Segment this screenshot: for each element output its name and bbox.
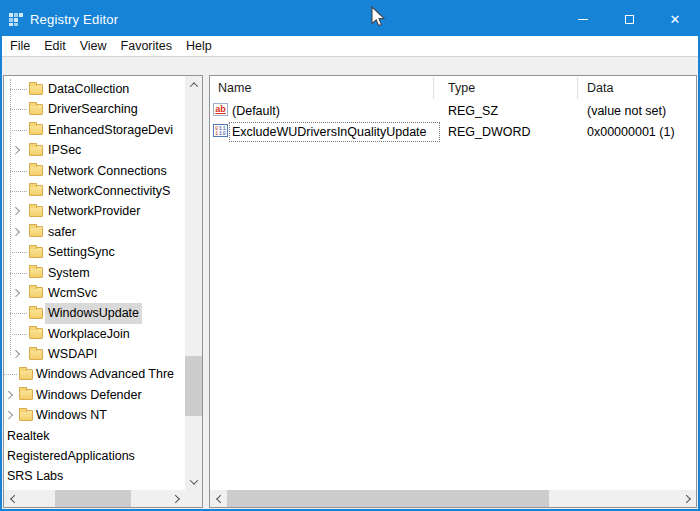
close-button[interactable]: ✕ — [652, 2, 698, 36]
value-name[interactable]: (Default) — [230, 102, 439, 120]
tree-vscroll-thumb[interactable] — [185, 356, 202, 416]
registry-editor-app-icon — [8, 11, 24, 27]
tree-vertical-scrollbar[interactable] — [185, 76, 202, 490]
scroll-right-button[interactable] — [679, 490, 696, 507]
folder-icon — [29, 185, 43, 196]
tree-item-wcmsvc[interactable]: WcmSvc — [4, 283, 185, 303]
tree-item-networkconnectivitys[interactable]: NetworkConnectivityS — [4, 181, 185, 201]
minimize-button[interactable] — [560, 2, 606, 36]
tree-item-label: Windows NT — [33, 405, 110, 425]
menu-item-file[interactable]: File — [3, 36, 37, 57]
minimize-icon — [578, 19, 588, 20]
menu-item-help[interactable]: Help — [179, 36, 219, 57]
scroll-left-button[interactable] — [4, 490, 21, 507]
folder-icon — [19, 389, 33, 400]
tree-item-label: IPSec — [45, 140, 84, 160]
folder-icon — [29, 328, 43, 339]
tree-item-datacollection[interactable]: DataCollection — [4, 79, 185, 99]
tree-item-label: Network Connections — [45, 161, 170, 181]
chevron-left-icon — [10, 494, 18, 502]
tree-item-label: Windows Defender — [33, 385, 145, 405]
tree-item-label: safer — [45, 222, 79, 242]
menu-item-favorites[interactable]: Favorites — [114, 36, 179, 57]
folder-icon — [29, 165, 43, 176]
folder-icon — [19, 410, 33, 421]
scroll-down-button[interactable] — [185, 473, 202, 490]
menu-item-view[interactable]: View — [73, 36, 114, 57]
folder-icon — [29, 247, 43, 258]
tree-item-windows-advanced-thre[interactable]: Windows Advanced Thre — [4, 364, 185, 384]
list-horizontal-scrollbar[interactable] — [210, 490, 696, 507]
value-data: 0x00000001 (1) — [587, 123, 675, 141]
expander-icon[interactable] — [13, 229, 19, 235]
tree-connector — [10, 89, 27, 90]
value-data: (value not set) — [587, 102, 666, 120]
tree-item-windowsupdate[interactable]: WindowsUpdate — [4, 303, 185, 323]
tree-connector — [10, 171, 27, 172]
expander-icon[interactable] — [13, 290, 19, 296]
tree-item-registeredapplications[interactable]: RegisteredApplications — [4, 446, 185, 466]
title-bar[interactable]: Registry Editor ✕ — [2, 2, 698, 36]
column-header-name[interactable]: Name — [218, 76, 251, 100]
scroll-left-button[interactable] — [210, 490, 227, 507]
tree-item-settingsync[interactable]: SettingSync — [4, 242, 185, 262]
expander-icon[interactable] — [6, 392, 12, 398]
scroll-right-button[interactable] — [168, 490, 185, 507]
tree-item-label: NetworkProvider — [45, 201, 143, 221]
chevron-up-icon — [189, 82, 197, 90]
tree-item-label: DataCollection — [45, 79, 132, 99]
folder-icon — [29, 84, 43, 95]
tree-item-label: DriverSearching — [45, 99, 141, 119]
expander-icon[interactable] — [13, 208, 19, 214]
string-value-icon: ab — [213, 103, 228, 116]
column-header-data[interactable]: Data — [587, 76, 613, 100]
value-name[interactable]: ExcludeWUDriversInQualityUpdate — [230, 123, 439, 141]
tree-item-wsdapi[interactable]: WSDAPI — [4, 344, 185, 364]
tree-connector — [10, 334, 27, 335]
chevron-down-icon — [189, 476, 197, 484]
tree-item-label: WindowsUpdate — [45, 303, 142, 323]
tree-item-driversearching[interactable]: DriverSearching — [4, 99, 185, 119]
menu-bar: FileEditViewFavoritesHelp — [2, 36, 698, 57]
tree-item-workplacejoin[interactable]: WorkplaceJoin — [4, 324, 185, 344]
registry-values-pane: Name Type Data ab (Default) REG_SZ (valu… — [209, 75, 697, 508]
tree-item-system[interactable]: System — [4, 263, 185, 283]
expander-icon[interactable] — [13, 147, 19, 153]
folder-icon — [29, 104, 43, 115]
menu-item-edit[interactable]: Edit — [37, 36, 73, 57]
list-rows: ab (Default) REG_SZ (value not set) 0111… — [210, 100, 696, 490]
expander-icon[interactable] — [13, 351, 19, 357]
list-header: Name Type Data — [210, 76, 696, 100]
tree-item-label: SRS Labs — [4, 466, 66, 486]
column-header-type[interactable]: Type — [448, 76, 475, 100]
tree-item-windows-defender[interactable]: Windows Defender — [4, 385, 185, 405]
tree-hscroll-thumb[interactable] — [55, 490, 131, 507]
tree-item-networkprovider[interactable]: NetworkProvider — [4, 201, 185, 221]
tree-item-network-connections[interactable]: Network Connections — [4, 161, 185, 181]
tree-connector — [10, 252, 27, 253]
list-hscroll-thumb[interactable] — [227, 490, 549, 507]
tree-item-enhancedstoragedevi[interactable]: EnhancedStorageDevi — [4, 120, 185, 140]
tree-item-label: WorkplaceJoin — [45, 324, 133, 344]
tree-item-realtek[interactable]: Realtek — [4, 426, 185, 446]
column-separator[interactable] — [433, 77, 434, 99]
tree-horizontal-scrollbar[interactable] — [4, 490, 185, 507]
folder-icon — [29, 226, 43, 237]
maximize-button[interactable] — [606, 2, 652, 36]
tree-item-srs-labs[interactable]: SRS Labs — [4, 466, 185, 486]
tree-item-windows-nt[interactable]: Windows NT — [4, 405, 185, 425]
column-separator[interactable] — [577, 77, 578, 99]
tree-connector — [10, 130, 27, 131]
chevron-right-icon — [171, 494, 179, 502]
registry-tree-pane: DataCollection DriverSearching EnhancedS… — [3, 75, 203, 508]
maximize-icon — [625, 15, 634, 24]
tree-item-label: Windows Advanced Thre — [33, 364, 177, 384]
list-row-excludewudriversinqualityupdate[interactable]: 011110 ExcludeWUDriversInQualityUpdate R… — [210, 121, 696, 142]
tree-viewport: DataCollection DriverSearching EnhancedS… — [4, 76, 185, 490]
expander-icon[interactable] — [6, 412, 12, 418]
list-row-default[interactable]: ab (Default) REG_SZ (value not set) — [210, 100, 696, 121]
scroll-up-button[interactable] — [185, 76, 202, 93]
chevron-left-icon — [216, 494, 224, 502]
tree-item-ipsec[interactable]: IPSec — [4, 140, 185, 160]
tree-item-safer[interactable]: safer — [4, 222, 185, 242]
